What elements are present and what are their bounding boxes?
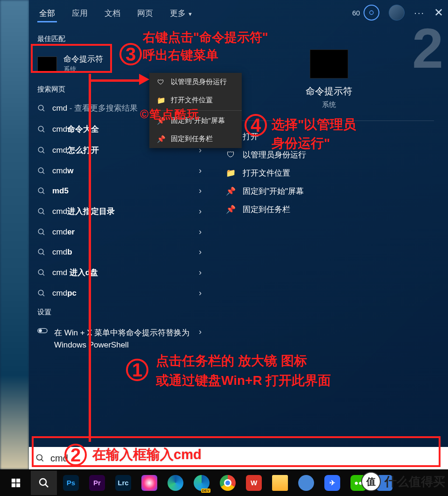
search-icon	[37, 248, 46, 256]
search-icon	[37, 289, 46, 298]
svg-line-31	[45, 484, 48, 487]
web-result-7[interactable]: cmdb ›	[29, 242, 210, 262]
tab-all[interactable]: 全部	[37, 1, 57, 25]
web-result-3[interactable]: cmdw ›	[29, 161, 210, 181]
taskbar-app-explorer[interactable]	[268, 473, 292, 493]
svg-point-19	[38, 290, 43, 295]
action-pin-taskbar[interactable]: 📌 固定到任务栏	[224, 200, 434, 219]
taskbar-app-photoshop[interactable]: Ps	[59, 473, 83, 493]
action-open-location[interactable]: 📁 打开文件位置	[224, 164, 434, 182]
svg-point-30	[40, 479, 46, 485]
taskbar-app-generic1[interactable]	[294, 473, 318, 493]
svg-rect-26	[12, 478, 15, 482]
svg-point-11	[38, 208, 43, 213]
search-icon	[37, 228, 46, 236]
svg-line-8	[42, 172, 44, 174]
taskbar-app-feishu[interactable]: ✈	[320, 473, 344, 493]
pin-icon: 📌	[157, 135, 164, 143]
step-1-badge: 1	[126, 359, 148, 381]
rewards-points[interactable]: 60	[352, 5, 380, 21]
annotation-arrow-horizontal	[91, 79, 142, 82]
ctx-run-as-admin[interactable]: 🛡 以管理员身份运行	[149, 73, 242, 91]
user-avatar[interactable]	[389, 5, 405, 21]
search-icon	[37, 125, 46, 134]
annotation-center-watermark: ©笔点酷玩	[140, 106, 200, 122]
annotation-arrow-vertical	[89, 74, 91, 442]
svg-point-5	[38, 147, 43, 152]
detail-column: 命令提示符 系统 ⬜ 打开 🛡 以管理员身份运行 📁 打开文件位置 📌 固定到"…	[210, 26, 448, 469]
chevron-right-icon: ›	[199, 288, 202, 298]
svg-point-0	[370, 11, 373, 14]
admin-icon: 🛡	[226, 150, 235, 160]
search-icon	[37, 104, 46, 113]
svg-line-18	[42, 274, 44, 276]
annotation-4-line1: 选择"以管理员	[272, 116, 356, 134]
search-icon	[37, 269, 46, 277]
taskbar-search-button[interactable]	[31, 471, 57, 495]
taskbar-app-browser1[interactable]	[137, 473, 161, 493]
search-icon	[38, 477, 49, 489]
pin-icon: 📌	[226, 186, 235, 196]
chevron-right-icon: ›	[199, 186, 202, 196]
svg-point-3	[38, 126, 43, 131]
svg-line-12	[42, 213, 44, 214]
chevron-right-icon: ›	[199, 227, 202, 237]
start-button[interactable]	[3, 471, 29, 495]
taskbar-app-premiere[interactable]: Pr	[85, 473, 109, 493]
pin-icon: 📌	[226, 205, 235, 214]
svg-line-16	[42, 253, 44, 255]
folder-icon: 📁	[157, 96, 164, 105]
annotation-3-line1: 右键点击"命令提示符"	[143, 29, 268, 46]
section-settings: 设置	[29, 303, 210, 320]
taskbar-app-wps[interactable]: W	[242, 473, 266, 493]
svg-line-2	[42, 109, 44, 111]
ctx-pin-taskbar[interactable]: 📌 固定到任务栏	[149, 130, 242, 148]
search-icon	[37, 187, 46, 195]
taskbar-app-lightroom[interactable]: Lrc	[111, 473, 135, 493]
svg-point-9	[38, 188, 43, 193]
taskbar-app-chrome[interactable]	[216, 473, 240, 493]
annotation-1-line1: 点击任务栏的 放大镜 图标	[156, 352, 307, 370]
annotation-box-bestmatch	[31, 44, 112, 73]
svg-line-10	[42, 192, 44, 194]
watermark-smzdm: 值 什么值得买	[361, 472, 445, 491]
tab-web[interactable]: 网页	[135, 1, 155, 25]
svg-line-6	[42, 151, 44, 153]
chevron-right-icon: ›	[199, 268, 202, 277]
svg-point-13	[38, 229, 43, 234]
annotation-3-line2: 呼出右键菜单	[143, 47, 218, 64]
svg-rect-27	[16, 478, 20, 482]
web-result-5[interactable]: cmd进入指定目录 ›	[29, 201, 210, 222]
arrow-head-icon	[139, 74, 151, 86]
web-result-8[interactable]: cmd 进入d盘 ›	[29, 262, 210, 283]
taskbar-app-edge-dev[interactable]: DEV	[189, 473, 214, 493]
tab-apps[interactable]: 应用	[70, 1, 90, 25]
svg-point-17	[38, 269, 43, 275]
detail-title: 命令提示符	[224, 85, 434, 98]
svg-point-22	[39, 329, 42, 332]
web-result-9[interactable]: cmdpc ›	[29, 283, 210, 303]
action-pin-start[interactable]: 📌 固定到"开始"屏幕	[224, 182, 434, 200]
step-3-badge: 3	[119, 43, 142, 65]
web-result-4[interactable]: md5 ›	[29, 181, 210, 201]
search-icon	[37, 207, 46, 216]
svg-rect-28	[12, 483, 15, 487]
step-badge-2: 2	[412, 16, 443, 80]
svg-line-14	[42, 233, 44, 235]
chevron-right-icon: ›	[199, 166, 202, 176]
chevron-right-icon: ›	[199, 206, 202, 216]
tab-more[interactable]: 更多▼	[168, 1, 195, 25]
watermark-badge: 值	[361, 472, 381, 491]
windows-icon	[11, 478, 21, 488]
step-4-badge: 4	[245, 114, 267, 136]
annotation-1-line2: 或通过键盘Win+R 打开此界面	[156, 372, 331, 390]
svg-point-15	[38, 249, 43, 254]
rewards-badge-icon	[364, 5, 379, 21]
svg-rect-29	[16, 483, 20, 487]
watermark-text: 什么值得买	[385, 474, 445, 490]
detail-subtitle: 系统	[224, 100, 434, 109]
web-result-6[interactable]: cmder ›	[29, 222, 210, 242]
tab-documents[interactable]: 文档	[103, 1, 122, 25]
taskbar-app-edge[interactable]	[163, 473, 188, 493]
search-icon	[37, 146, 46, 155]
